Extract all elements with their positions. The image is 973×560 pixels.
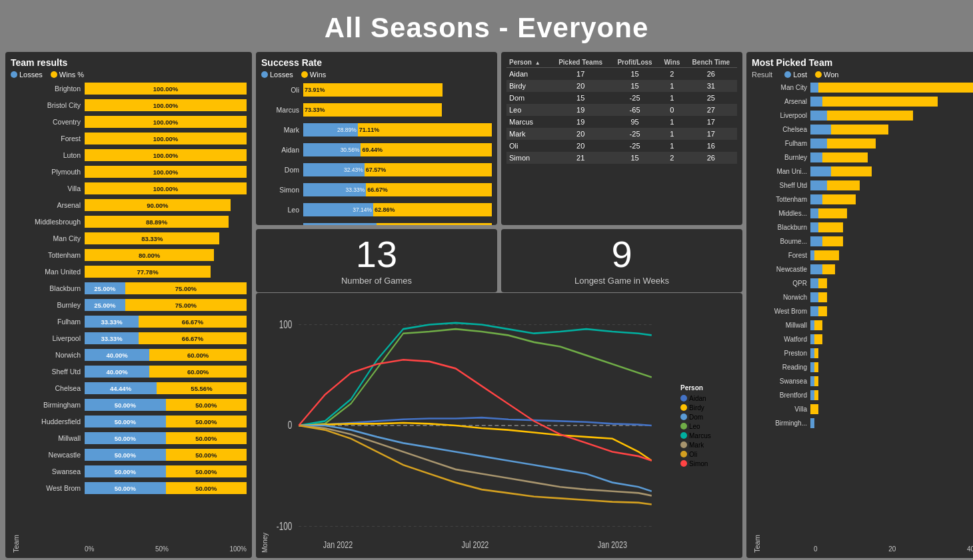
longest-game-box: 9 Longest Game in Weeks — [501, 229, 742, 292]
success-row: Simon33.33%66.67% — [270, 181, 492, 198]
most-picked-legend: Result Lost Won — [752, 71, 973, 79]
mp-row: West Brom — [762, 305, 973, 318]
team-label: Liverpool — [21, 334, 85, 342]
win-bar: 77.78% — [85, 266, 211, 278]
loss-bar: 40.00% — [85, 366, 149, 378]
mp-bar-container — [810, 264, 973, 274]
win-bar: 66.67% — [139, 332, 247, 344]
losses-dot — [11, 71, 17, 78]
svg-text:Jan 2023: Jan 2023 — [598, 539, 627, 551]
mp-team-label: West Brom — [762, 308, 810, 315]
mp-team-label: Liverpool — [762, 112, 810, 119]
col-picked-teams[interactable]: Picked Teams — [550, 57, 610, 68]
number-of-games-box: 13 Number of Games — [256, 229, 497, 292]
mp-won-bar — [814, 390, 818, 400]
mp-row: Norwich — [762, 291, 973, 304]
team-label: Middlesbrough — [21, 218, 85, 226]
win-bar: 50.00% — [166, 465, 247, 477]
mp-row: Millwall — [762, 319, 973, 332]
table-cell-benchTime: 26 — [685, 152, 737, 164]
col-wins[interactable]: Wins — [659, 57, 685, 68]
table-cell-pickedTeams: 20 — [550, 140, 610, 152]
table-cell-profitLoss: 15 — [610, 152, 659, 164]
col-person[interactable]: Person ▲ — [506, 57, 550, 68]
most-picked-title: Most Picked Team — [752, 57, 973, 68]
win-bar: 66.67% — [139, 316, 247, 328]
mp-team-label: Man Uni... — [762, 168, 810, 175]
longest-game-value: 9 — [611, 236, 632, 273]
team-row: Norwich40.00%60.00% — [21, 348, 247, 362]
mp-lost-bar — [810, 306, 818, 316]
mp-won-bar — [827, 139, 876, 148]
col-profit-loss[interactable]: Profit/Loss — [610, 57, 659, 68]
table-cell-profitLoss: 15 — [610, 68, 659, 81]
mp-lost-bar — [810, 97, 822, 107]
success-label: Oli — [270, 86, 303, 94]
success-row: Mark28.89%71.11% — [270, 121, 492, 139]
team-row: Blackburn25.00%75.00% — [21, 281, 247, 296]
mp-row: Watford — [762, 333, 973, 346]
mp-team-label: Fulham — [762, 140, 810, 147]
mp-won-bar — [814, 320, 822, 330]
mp-lost-bar — [810, 194, 822, 204]
table-cell-profitLoss: -25 — [610, 128, 659, 140]
team-bar-container: 33.33%66.67% — [85, 316, 247, 328]
win-bar: 100.00% — [85, 182, 247, 194]
mp-won-bar — [818, 208, 847, 218]
team-row: Man City83.33% — [21, 231, 247, 246]
team-results-panel: Team results Losses Wins % Team Brighton… — [5, 52, 252, 558]
success-rate-title: Success Rate — [261, 57, 492, 68]
table-cell-profitLoss: -65 — [610, 104, 659, 116]
table-row: Mark20-25117 — [506, 128, 737, 140]
mp-won-bar — [822, 194, 855, 204]
loss-bar: 50.00% — [85, 465, 166, 477]
team-bar-container: 100.00% — [85, 99, 247, 111]
team-bar-container: 25.00%75.00% — [85, 282, 247, 294]
success-win-bar: 66.67% — [366, 183, 492, 196]
success-label: Mark — [270, 126, 303, 134]
mp-legend-won: Won — [815, 71, 838, 79]
mp-lost-bar — [810, 180, 827, 190]
team-bar-container: 50.00%50.00% — [85, 465, 247, 477]
mp-team-label: Brentford — [762, 392, 810, 399]
mp-lost-bar — [810, 278, 818, 288]
simon-dot — [680, 460, 687, 467]
team-bar-container: 100.00% — [85, 149, 247, 161]
mp-row: Blackburn — [762, 221, 973, 234]
win-bar: 88.89% — [85, 216, 229, 228]
table-cell-wins: 1 — [659, 128, 685, 140]
success-bar-container: 38.71%61.29% — [303, 223, 492, 225]
mp-row: Forest — [762, 249, 973, 262]
loss-bar: 25.00% — [85, 299, 125, 311]
team-label: Coventry — [21, 118, 85, 126]
loss-bar: 50.00% — [85, 399, 166, 411]
team-bar-container: 100.00% — [85, 133, 247, 144]
team-bar-container: 100.00% — [85, 83, 247, 95]
success-row: Birdy38.71%61.29% — [270, 221, 492, 225]
table-cell-pickedTeams: 17 — [550, 68, 610, 81]
team-bar-container: 33.33%66.67% — [85, 332, 247, 344]
mp-row: Bourne... — [762, 235, 973, 248]
svg-text:-100: -100 — [277, 520, 293, 532]
success-win-bar: 73.91% — [303, 83, 443, 97]
team-label: Huddersfield — [21, 418, 85, 425]
legend-oli: Oli — [680, 451, 737, 458]
team-label: Tottenham — [21, 251, 85, 259]
legend-leo: Leo — [680, 423, 737, 430]
team-bar-container: 83.33% — [85, 232, 247, 244]
mp-won-bar — [818, 292, 826, 302]
win-bar: 50.00% — [166, 416, 247, 427]
legend-aidan: Aidan — [680, 395, 737, 402]
aidan-dot — [680, 395, 687, 402]
table-cell-benchTime: 26 — [685, 68, 737, 81]
table-cell-profitLoss: 15 — [610, 80, 659, 92]
win-bar: 50.00% — [166, 432, 247, 444]
mp-lost-bar — [810, 139, 827, 148]
team-label: Brighton — [21, 85, 85, 93]
mp-won-bar — [831, 166, 872, 176]
mp-lost-bar — [810, 222, 818, 232]
line-chart-panel: Money 100 0 -100 — [256, 293, 742, 558]
team-row: Coventry100.00% — [21, 115, 247, 129]
team-results-title: Team results — [11, 57, 247, 68]
col-bench-time[interactable]: Bench Time — [685, 57, 737, 68]
